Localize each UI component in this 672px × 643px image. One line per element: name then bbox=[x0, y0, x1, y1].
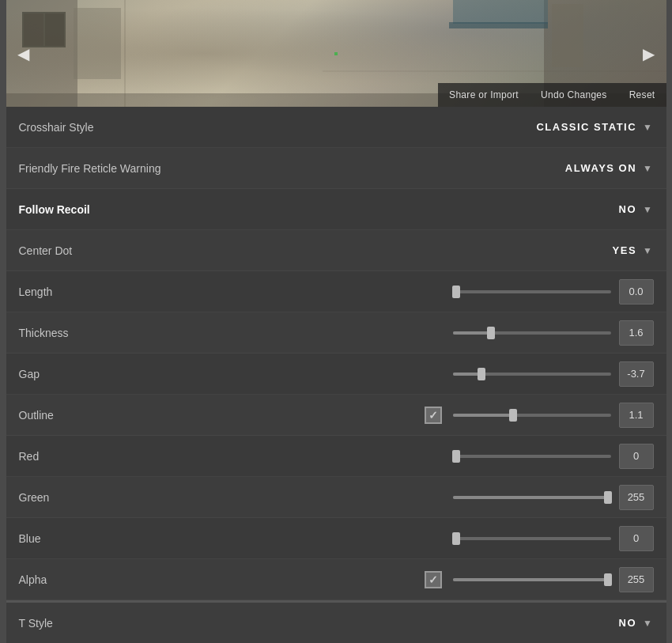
setting-row-gap: Gap-3.7 bbox=[6, 354, 666, 395]
slider-value-thickness: 1.6 bbox=[619, 320, 654, 346]
slider-container-outline: ✓1.1 bbox=[391, 403, 654, 428]
slider-container-thickness: 1.6 bbox=[391, 320, 654, 346]
slider-track-bg bbox=[453, 331, 611, 335]
setting-row-red: Red0 bbox=[6, 436, 666, 477]
slider-thumb[interactable] bbox=[487, 327, 495, 339]
setting-row-t-style: T StyleNO▼ bbox=[6, 603, 666, 643]
setting-row-blue: Blue0 bbox=[6, 518, 666, 559]
slider-thumb[interactable] bbox=[604, 573, 612, 586]
slider-container-red: 0 bbox=[391, 444, 654, 469]
setting-label-alpha: Alpha bbox=[19, 573, 130, 586]
crosshair-preview: ◀ ▶ Share or Import Undo Changes Reset bbox=[6, 0, 666, 107]
dropdown-follow-recoil[interactable]: NO▼ bbox=[619, 203, 654, 215]
setting-row-green: Green255 bbox=[6, 477, 666, 518]
setting-label-outline: Outline bbox=[19, 409, 130, 422]
dropdown-value-friendly-fire: ALWAYS ON bbox=[565, 162, 636, 174]
slider-container-length: 0.0 bbox=[391, 279, 654, 304]
slider-thumb[interactable] bbox=[452, 532, 460, 545]
dropdown-center-dot[interactable]: YES▼ bbox=[613, 244, 654, 256]
svg-rect-5 bbox=[45, 13, 64, 46]
setting-label-crosshair-style: Crosshair Style bbox=[19, 121, 130, 134]
slider-track-green[interactable] bbox=[453, 490, 611, 505]
setting-label-t-style: T Style bbox=[19, 617, 130, 630]
slider-thumb[interactable] bbox=[478, 368, 485, 380]
dropdown-value-crosshair-style: CLASSIC STATIC bbox=[536, 121, 636, 133]
slider-track-alpha[interactable] bbox=[453, 572, 611, 588]
setting-row-length: Length0.0 bbox=[6, 271, 666, 312]
setting-label-red: Red bbox=[19, 450, 130, 463]
slider-track-gap[interactable] bbox=[453, 366, 611, 382]
setting-label-friendly-fire: Friendly Fire Reticle Warning bbox=[19, 162, 161, 175]
slider-fill bbox=[453, 496, 608, 499]
setting-label-center-dot: Center Dot bbox=[19, 244, 130, 257]
dropdown-value-t-style: NO bbox=[619, 617, 637, 629]
slider-value-outline: 1.1 bbox=[619, 403, 654, 428]
checkbox-alpha[interactable]: ✓ bbox=[425, 571, 442, 588]
dropdown-friendly-fire[interactable]: ALWAYS ON▼ bbox=[565, 162, 654, 174]
slider-value-blue: 0 bbox=[619, 526, 654, 551]
setting-row-outline: Outline✓1.1 bbox=[6, 395, 666, 436]
chevron-down-icon: ▼ bbox=[643, 163, 653, 174]
slider-fill bbox=[453, 578, 608, 581]
preview-action-buttons: Share or Import Undo Changes Reset bbox=[438, 83, 666, 107]
slider-value-gap: -3.7 bbox=[619, 361, 654, 387]
share-import-button[interactable]: Share or Import bbox=[438, 83, 530, 107]
setting-row-center-dot: Center DotYES▼ bbox=[6, 230, 666, 271]
dropdown-value-follow-recoil: NO bbox=[619, 203, 637, 215]
svg-rect-7 bbox=[552, 4, 583, 67]
slider-thumb[interactable] bbox=[604, 491, 612, 504]
slider-fill bbox=[453, 331, 491, 335]
setting-label-follow-recoil: Follow Recoil bbox=[19, 203, 130, 216]
slider-track-blue[interactable] bbox=[453, 531, 611, 547]
slider-value-red: 0 bbox=[619, 444, 654, 469]
chevron-down-icon: ▼ bbox=[643, 618, 653, 629]
slider-container-gap: -3.7 bbox=[391, 361, 654, 387]
svg-rect-2 bbox=[74, 8, 121, 79]
slider-track-outline[interactable] bbox=[453, 407, 611, 423]
dropdown-t-style[interactable]: NO▼ bbox=[619, 617, 654, 629]
setting-label-green: Green bbox=[19, 491, 130, 504]
slider-track-bg bbox=[453, 290, 611, 293]
dropdown-crosshair-style[interactable]: CLASSIC STATIC▼ bbox=[536, 121, 653, 133]
dropdown-value-center-dot: YES bbox=[613, 244, 637, 256]
main-container: ◀ ▶ Share or Import Undo Changes Reset C… bbox=[6, 0, 666, 643]
settings-panel: Crosshair StyleCLASSIC STATIC▼Friendly F… bbox=[6, 107, 666, 643]
svg-rect-4 bbox=[24, 13, 43, 46]
slider-thumb[interactable] bbox=[452, 286, 460, 298]
svg-rect-8 bbox=[453, 0, 548, 24]
checkmark-icon: ✓ bbox=[428, 409, 438, 422]
slider-track-length[interactable] bbox=[453, 284, 611, 300]
chevron-down-icon: ▼ bbox=[643, 122, 653, 133]
setting-label-thickness: Thickness bbox=[19, 327, 130, 339]
slider-track-bg bbox=[453, 496, 611, 499]
slider-fill bbox=[453, 414, 513, 417]
slider-value-length: 0.0 bbox=[619, 279, 654, 304]
setting-row-friendly-fire: Friendly Fire Reticle WarningALWAYS ON▼ bbox=[6, 148, 666, 189]
setting-row-thickness: Thickness1.6 bbox=[6, 312, 666, 354]
slider-thumb[interactable] bbox=[452, 450, 460, 463]
slider-thumb[interactable] bbox=[509, 409, 517, 422]
slider-track-red[interactable] bbox=[453, 448, 611, 464]
preview-nav-left[interactable]: ◀ bbox=[13, 43, 35, 65]
svg-rect-9 bbox=[449, 22, 548, 28]
setting-row-alpha: Alpha✓255 bbox=[6, 559, 666, 600]
setting-row-follow-recoil: Follow RecoilNO▼ bbox=[6, 189, 666, 230]
slider-container-green: 255 bbox=[391, 485, 654, 510]
slider-container-alpha: ✓255 bbox=[391, 567, 654, 592]
slider-track-bg bbox=[453, 373, 611, 376]
setting-label-gap: Gap bbox=[19, 368, 130, 380]
slider-track-bg bbox=[453, 537, 611, 540]
checkmark-icon: ✓ bbox=[428, 573, 438, 586]
setting-label-blue: Blue bbox=[19, 532, 130, 545]
chevron-down-icon: ▼ bbox=[643, 245, 653, 256]
preview-nav-right[interactable]: ▶ bbox=[638, 43, 660, 65]
setting-row-crosshair-style: Crosshair StyleCLASSIC STATIC▼ bbox=[6, 107, 666, 148]
checkbox-outline[interactable]: ✓ bbox=[425, 407, 442, 424]
slider-container-blue: 0 bbox=[391, 526, 654, 551]
slider-track-bg bbox=[453, 578, 611, 581]
slider-track-thickness[interactable] bbox=[453, 325, 611, 341]
setting-label-length: Length bbox=[19, 286, 130, 298]
reset-button[interactable]: Reset bbox=[618, 83, 666, 107]
undo-changes-button[interactable]: Undo Changes bbox=[530, 83, 618, 107]
slider-value-alpha: 255 bbox=[619, 567, 654, 592]
